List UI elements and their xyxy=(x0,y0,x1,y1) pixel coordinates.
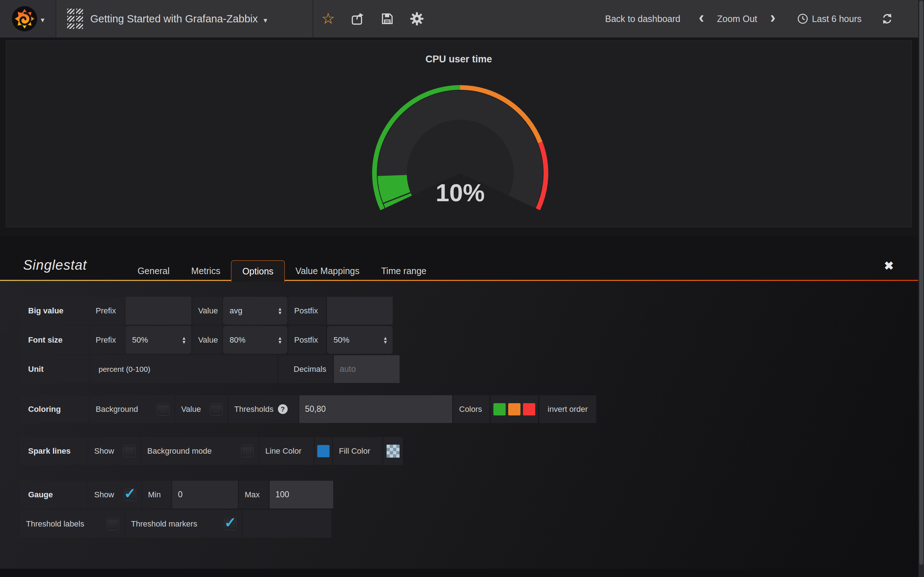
background-mode-checkbox[interactable] xyxy=(241,445,254,457)
select-stepper-icon: ▲▼ xyxy=(278,307,282,315)
editor-tabs: General Metrics Options Value Mappings T… xyxy=(127,260,438,281)
gauge-label: Gauge xyxy=(20,481,87,508)
gauge-show-cell: Show ✓ xyxy=(89,481,141,508)
value-size-select[interactable]: 80% ▲▼ xyxy=(223,326,287,354)
star-icon: ☆ xyxy=(321,11,335,26)
dashboard-title: Getting Started with Grafana-Zabbix xyxy=(90,13,258,25)
tab-time-range[interactable]: Time range xyxy=(370,261,438,281)
prefix-label: Prefix xyxy=(90,297,124,324)
threshold-colors-cell xyxy=(491,395,538,423)
line-color-label: Line Color xyxy=(260,437,313,465)
postfix-label: Postfix xyxy=(288,326,326,354)
gauge-max-input[interactable] xyxy=(270,481,333,508)
coloring-background-cell: Background xyxy=(90,395,174,423)
save-icon xyxy=(381,12,394,25)
page-bottom-strip xyxy=(0,569,918,577)
prefix-input-cell xyxy=(126,297,191,324)
min-label: Min xyxy=(142,481,171,508)
line-color-cell xyxy=(315,437,332,465)
editor-accent-underline xyxy=(0,280,918,281)
background-mode-cell: Background mode xyxy=(142,437,258,465)
navbar-actions: ☆ xyxy=(313,0,432,37)
empty-cell xyxy=(242,510,331,538)
background-checkbox[interactable] xyxy=(157,403,169,416)
dashboard-caret-icon: ▾ xyxy=(263,16,267,24)
navbar: ▾ Getting Started with Grafana-Zabbix ▾ … xyxy=(0,0,918,37)
refresh-icon[interactable] xyxy=(881,13,893,24)
tab-general[interactable]: General xyxy=(127,261,181,281)
threshold-color-swatch-green[interactable] xyxy=(493,403,506,416)
threshold-markers-label: Threshold markers xyxy=(131,519,197,529)
value-stat-selected: avg xyxy=(229,306,242,316)
sparkline-show-checkbox[interactable] xyxy=(123,445,135,457)
threshold-color-swatch-red[interactable] xyxy=(523,403,535,416)
panel-type-title: Singlestat xyxy=(23,258,87,273)
thresholds-label: Thresholds xyxy=(234,405,274,414)
postfix-size-select[interactable]: 50% ▲▼ xyxy=(327,326,393,354)
font-size-row: Font size Prefix 50% ▲▼ Value 80% ▲▼ Pos… xyxy=(20,326,918,354)
value-checkbox[interactable] xyxy=(210,403,222,416)
spark-lines-row: Spark lines Show Background mode Line Co… xyxy=(20,437,918,465)
select-stepper-icon: ▲▼ xyxy=(278,336,282,344)
max-input-cell xyxy=(270,481,333,508)
gauge-row: Gauge Show ✓ Min Max xyxy=(20,481,918,508)
thresholds-input[interactable] xyxy=(299,395,452,423)
big-value-row: Big value Prefix Value avg ▲▼ Postfix xyxy=(20,297,918,324)
close-editor-button[interactable]: ✖ xyxy=(884,260,894,272)
prefix-label: Prefix xyxy=(90,326,124,354)
min-input-cell xyxy=(172,481,238,508)
sparkline-show-cell: Show xyxy=(89,437,141,465)
star-dashboard-button[interactable]: ☆ xyxy=(313,0,343,37)
help-icon[interactable]: ? xyxy=(278,404,288,414)
prefix-size-select[interactable]: 50% ▲▼ xyxy=(126,326,191,354)
grafana-logo-button[interactable]: ▾ xyxy=(0,0,56,37)
value-label: Value xyxy=(181,405,201,414)
time-range-label: Last 6 hours xyxy=(812,14,861,24)
thresholds-input-cell xyxy=(299,395,452,423)
threshold-color-swatch-orange[interactable] xyxy=(508,403,520,416)
invert-order-button[interactable]: invert order xyxy=(539,395,596,423)
share-dashboard-button[interactable] xyxy=(343,0,373,37)
fill-color-label: Fill Color xyxy=(333,437,382,465)
save-dashboard-button[interactable] xyxy=(373,0,402,37)
background-label: Background xyxy=(96,405,138,414)
settings-button[interactable] xyxy=(402,0,432,37)
scrollbar-thumb[interactable] xyxy=(919,1,923,565)
gauge-min-input[interactable] xyxy=(172,481,238,508)
show-label: Show xyxy=(94,446,114,456)
gauge-value-text: 10% xyxy=(436,179,485,206)
coloring-row: Coloring Background Value Thresholds ? C… xyxy=(20,395,918,423)
big-value-prefix-input[interactable] xyxy=(126,297,191,324)
threshold-labels-checkbox[interactable] xyxy=(107,518,119,530)
threshold-markers-checkbox[interactable]: ✓ xyxy=(224,518,236,530)
line-color-swatch[interactable] xyxy=(317,445,330,457)
thresholds-label-cell: Thresholds ? xyxy=(228,395,298,423)
coloring-value-cell: Value xyxy=(175,395,228,423)
gauge-chart: 10% xyxy=(6,41,911,227)
time-range-picker[interactable]: Last 6 hours xyxy=(797,13,861,24)
value-label: Value xyxy=(192,297,222,324)
tab-metrics[interactable]: Metrics xyxy=(181,261,231,281)
decimals-input-cell xyxy=(334,355,399,383)
select-stepper-icon: ▲▼ xyxy=(181,336,186,344)
colors-label: Colors xyxy=(453,395,489,423)
tab-value-mappings[interactable]: Value Mappings xyxy=(285,261,370,281)
gauge-show-checkbox[interactable]: ✓ xyxy=(124,488,136,501)
fill-color-swatch[interactable] xyxy=(386,445,399,458)
back-to-dashboard-button[interactable]: Back to dashboard xyxy=(605,14,680,24)
unit-picker-link[interactable]: percent (0-100) xyxy=(99,365,150,374)
decimals-input[interactable] xyxy=(334,355,399,383)
threshold-toggles-row: Threshold labels Threshold markers ✓ xyxy=(20,510,918,538)
page-scrollbar[interactable] xyxy=(918,0,924,577)
dashboard-title-button[interactable]: Getting Started with Grafana-Zabbix ▾ xyxy=(56,0,313,37)
grafana-logo-icon xyxy=(11,5,38,32)
threshold-markers-cell: Threshold markers ✓ xyxy=(125,510,241,538)
zoom-out-button[interactable]: Zoom Out xyxy=(717,14,757,24)
unit-label: Unit xyxy=(20,355,89,383)
big-value-postfix-input[interactable] xyxy=(327,297,393,324)
tab-options[interactable]: Options xyxy=(231,260,284,282)
panel-title[interactable]: CPU user time xyxy=(6,54,911,65)
value-stat-select[interactable]: avg ▲▼ xyxy=(223,297,287,324)
max-label: Max xyxy=(239,481,268,508)
panel-editor-header: Singlestat General Metrics Options Value… xyxy=(0,236,918,281)
